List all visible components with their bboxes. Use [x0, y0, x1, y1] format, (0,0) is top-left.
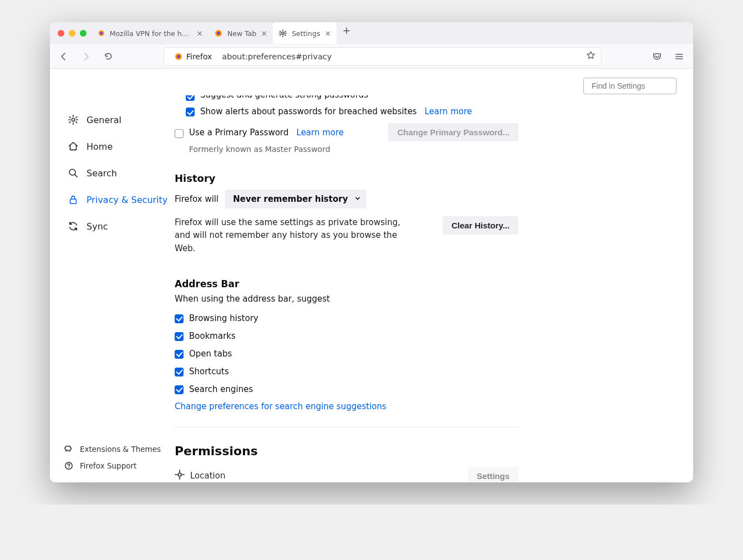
firefox-icon	[98, 29, 105, 38]
window-minimize[interactable]	[69, 30, 75, 37]
home-icon	[68, 141, 79, 152]
forward-button[interactable]	[78, 48, 94, 65]
sidebar-item-label: Sync	[86, 221, 108, 232]
svg-point-12	[178, 473, 181, 476]
location-icon	[175, 470, 185, 482]
checkbox-row-breach-alerts: Show alerts about passwords for breached…	[186, 103, 518, 120]
svg-point-1	[100, 32, 103, 34]
checkbox-row-shortcuts: Shortcuts	[175, 363, 518, 380]
close-icon[interactable]: ×	[196, 29, 203, 38]
sidebar-link-label: Extensions & Themes	[80, 445, 161, 454]
pocket-button[interactable]	[649, 48, 665, 65]
history-firefox-will: Firefox will	[175, 194, 218, 204]
tab-label: Settings	[292, 29, 320, 38]
checkbox-label: Browsing history	[189, 313, 258, 323]
nav-toolbar: Firefox about:preferences#privacy	[50, 44, 693, 69]
checkbox-row-suggest-passwords: Suggest and generate strong passwords	[175, 95, 518, 103]
tab-settings[interactable]: Settings ×	[273, 22, 337, 44]
settings-content: General Home Search Privacy & Security S…	[50, 69, 693, 482]
change-search-prefs-link[interactable]: Change preferences for search engine sug…	[175, 401, 386, 411]
app-menu-button[interactable]	[671, 48, 688, 65]
permission-label: Location	[190, 471, 225, 481]
address-label-text: Firefox	[186, 52, 212, 61]
tab-mozilla-vpn[interactable]: Mozilla VPN for the holidays ×	[92, 22, 208, 44]
address-bar-wrap: Firefox about:preferences#privacy	[122, 47, 643, 66]
sidebar-item-sync[interactable]: Sync	[64, 215, 175, 237]
help-icon	[64, 461, 73, 470]
checkbox-label: Bookmarks	[189, 331, 236, 341]
checkbox-label: Shortcuts	[189, 366, 229, 376]
address-bar[interactable]: Firefox about:preferences#privacy	[164, 47, 602, 66]
window-close[interactable]	[58, 30, 64, 37]
checkbox-label: Search engines	[189, 384, 253, 394]
bookmark-star-icon[interactable]	[586, 50, 596, 62]
permission-settings-button[interactable]: Settings	[468, 467, 518, 482]
svg-rect-9	[70, 199, 77, 203]
checkbox-label: Use a Primary Password	[189, 128, 289, 138]
permissions-heading: Permissions	[175, 444, 518, 458]
history-description: Firefox will use the same settings as pr…	[175, 216, 408, 255]
addressbar-options: Browsing history Bookmarks Open tabs Sho…	[175, 309, 518, 398]
svg-point-4	[282, 32, 284, 34]
sidebar-item-label: Search	[86, 168, 117, 179]
checkbox[interactable]	[175, 129, 184, 138]
svg-point-3	[217, 32, 220, 35]
chevron-down-icon	[354, 194, 361, 204]
settings-sidebar: General Home Search Privacy & Security S…	[50, 69, 175, 482]
clear-history-button[interactable]: Clear History...	[442, 216, 518, 235]
window-controls	[54, 30, 92, 37]
firefox-icon	[214, 29, 223, 38]
settings-search[interactable]	[583, 78, 676, 94]
sidebar-item-general[interactable]: General	[64, 109, 175, 131]
settings-main: Suggest and generate strong passwords Sh…	[175, 69, 693, 482]
checkbox[interactable]	[175, 332, 184, 341]
select-value: Never remember history	[233, 194, 348, 204]
addressbar-subtitle: When using the address bar, suggest	[175, 294, 518, 304]
tab-strip: Mozilla VPN for the holidays × New Tab ×…	[50, 22, 693, 44]
close-icon[interactable]: ×	[324, 29, 331, 38]
change-primary-password-button[interactable]: Change Primary Password...	[388, 123, 518, 141]
sidebar-item-label: Privacy & Security	[86, 195, 167, 205]
sidebar-item-search[interactable]: Search	[64, 162, 175, 184]
close-icon[interactable]: ×	[261, 29, 267, 38]
gear-icon	[278, 29, 287, 38]
address-url: about:preferences#privacy	[222, 52, 581, 61]
checkbox-row-open-tabs: Open tabs	[175, 345, 518, 363]
checkbox-row-browsing-history: Browsing history	[175, 309, 518, 327]
back-button[interactable]	[55, 48, 72, 65]
tab-label: Mozilla VPN for the holidays	[110, 29, 192, 38]
sidebar-bottom: Extensions & Themes Firefox Support	[64, 445, 175, 482]
tab-label: New Tab	[227, 29, 256, 38]
checkbox[interactable]	[175, 350, 184, 359]
browser-window: Mozilla VPN for the holidays × New Tab ×…	[50, 22, 693, 482]
checkbox[interactable]	[186, 108, 195, 116]
sidebar-link-extensions[interactable]: Extensions & Themes	[64, 445, 175, 454]
history-description-row: Firefox will use the same settings as pr…	[175, 216, 518, 255]
checkbox[interactable]	[175, 368, 184, 376]
sidebar-item-home[interactable]: Home	[64, 135, 175, 157]
checkbox[interactable]	[186, 95, 195, 101]
tab-new-tab[interactable]: New Tab ×	[208, 22, 273, 44]
settings-panel: Suggest and generate strong passwords Sh…	[175, 95, 518, 482]
checkbox[interactable]	[175, 314, 184, 323]
firefox-icon	[174, 52, 183, 61]
history-mode-select[interactable]: Never remember history	[225, 190, 367, 208]
window-maximize[interactable]	[80, 30, 86, 37]
settings-search-input[interactable]	[592, 82, 689, 90]
history-heading: History	[175, 172, 518, 184]
learn-more-link[interactable]: Learn more	[297, 128, 344, 138]
checkbox[interactable]	[175, 385, 184, 394]
sidebar-link-support[interactable]: Firefox Support	[64, 461, 175, 470]
reload-button[interactable]	[100, 48, 116, 65]
checkbox-row-search-engines: Search engines	[175, 380, 518, 398]
checkbox-row-primary-password: Use a Primary Password Learn more Change…	[175, 120, 518, 145]
addressbar-heading: Address Bar	[175, 278, 518, 289]
primary-password-note: Formerly known as Master Password	[189, 145, 518, 154]
puzzle-icon	[64, 445, 73, 454]
lock-icon	[68, 194, 79, 205]
history-mode-row: Firefox will Never remember history	[175, 190, 518, 208]
learn-more-link[interactable]: Learn more	[425, 106, 472, 116]
checkbox-label: Suggest and generate strong passwords	[200, 95, 368, 100]
new-tab-button[interactable]: +	[339, 22, 354, 38]
sidebar-item-privacy[interactable]: Privacy & Security	[64, 189, 175, 211]
